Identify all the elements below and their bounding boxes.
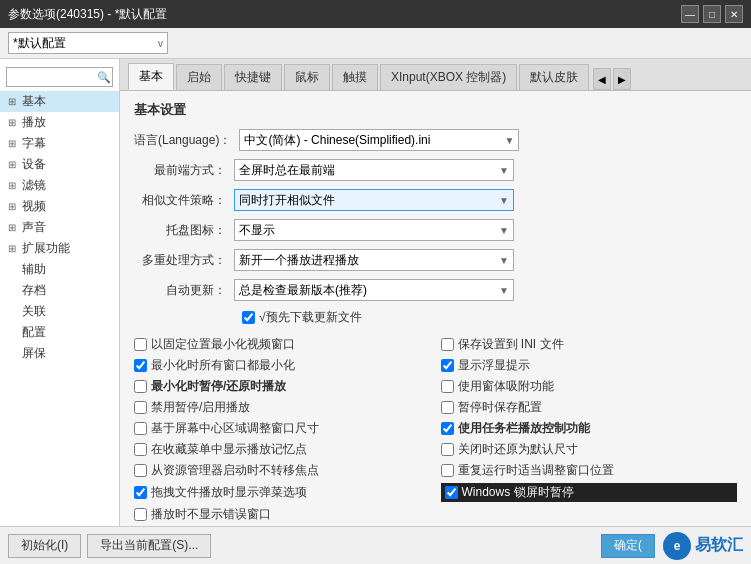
export-button[interactable]: 导出当前配置(S)... <box>87 534 211 558</box>
search-box[interactable]: 🔍 <box>6 67 113 87</box>
tab-skin[interactable]: 默认皮肤 <box>519 64 589 90</box>
sidebar-item-device[interactable]: ⊞ 设备 <box>0 154 119 175</box>
language-row: 语言(Language)： 中文(简体) - Chinese(Simplifie… <box>134 129 737 151</box>
restore-button[interactable]: □ <box>703 5 721 23</box>
cb-taskbar-control[interactable]: 使用任务栏播放控制功能 <box>441 420 738 437</box>
window-controls[interactable]: — □ ✕ <box>681 5 743 23</box>
cb-fixed-position[interactable]: 以固定位置最小化视频窗口 <box>134 336 431 353</box>
filestrategy-value: 同时打开相似文件 <box>239 192 335 209</box>
cb-minimize-pause-input[interactable] <box>134 380 147 393</box>
sidebar-item-audio[interactable]: ⊞ 声音 <box>0 217 119 238</box>
cb-disable-pause-input[interactable] <box>134 401 147 414</box>
cb-bookmark-input[interactable] <box>134 443 147 456</box>
cb-label: 关闭时还原为默认尺寸 <box>458 441 578 458</box>
bottom-left-buttons: 初始化(I) 导出当前配置(S)... <box>8 534 211 558</box>
sidebar-item-playback[interactable]: ⊞ 播放 <box>0 112 119 133</box>
tab-start[interactable]: 启始 <box>176 64 222 90</box>
sidebar-item-label: 扩展功能 <box>22 240 70 257</box>
tab-touch[interactable]: 触摸 <box>332 64 378 90</box>
sidebar-item-archive[interactable]: 存档 <box>0 280 119 301</box>
cb-no-focus[interactable]: 从资源管理器启动时不转移焦点 <box>134 462 431 479</box>
arrow-icon: ▼ <box>499 285 509 296</box>
cb-drag-menu-input[interactable] <box>134 486 147 499</box>
autoupdate-row: 自动更新： 总是检查最新版本(推荐) ▼ <box>134 279 737 301</box>
sidebar-item-link[interactable]: 关联 <box>0 301 119 322</box>
cb-fixed-position-input[interactable] <box>134 338 147 351</box>
profile-label: *默认配置 <box>13 35 66 52</box>
cb-win-lock[interactable]: Windows 锁屏时暂停 <box>441 483 738 502</box>
cb-restore-size-input[interactable] <box>441 443 454 456</box>
sidebar-item-label: 关联 <box>22 303 46 320</box>
cb-reposition[interactable]: 重复运行时适当调整窗口位置 <box>441 462 738 479</box>
tab-prev-button[interactable]: ◀ <box>593 68 611 90</box>
language-value: 中文(简体) - Chinese(Simplified).ini <box>244 132 430 149</box>
multiprocess-value: 新开一个播放进程播放 <box>239 252 359 269</box>
cb-snap-input[interactable] <box>441 380 454 393</box>
trayicon-select[interactable]: 不显示 ▼ <box>234 219 514 241</box>
minimize-button[interactable]: — <box>681 5 699 23</box>
cb-minimize-all-input[interactable] <box>134 359 147 372</box>
cb-drag-menu[interactable]: 拖拽文件播放时显示弹菜选项 <box>134 483 431 502</box>
cb-minimize-all[interactable]: 最小化时所有窗口都最小化 <box>134 357 431 374</box>
language-select[interactable]: 中文(简体) - Chinese(Simplified).ini ▼ <box>239 129 519 151</box>
predownload-checkbox[interactable] <box>242 311 255 324</box>
cb-save-on-pause-input[interactable] <box>441 401 454 414</box>
cb-minimize-pause[interactable]: 最小化时暂停/还原时播放 <box>134 378 431 395</box>
tab-next-button[interactable]: ▶ <box>613 68 631 90</box>
sidebar-item-extensions[interactable]: ⊞ 扩展功能 <box>0 238 119 259</box>
filestrategy-select[interactable]: 同时打开相似文件 ▼ <box>234 189 514 211</box>
sidebar-item-screensaver[interactable]: 屏保 <box>0 343 119 364</box>
expand-icon: ⊞ <box>8 180 18 191</box>
tab-mouse[interactable]: 鼠标 <box>284 64 330 90</box>
cb-center-resize[interactable]: 基于屏幕中心区域调整窗口尺寸 <box>134 420 431 437</box>
close-button[interactable]: ✕ <box>725 5 743 23</box>
cb-taskbar-control-input[interactable] <box>441 422 454 435</box>
cb-label: Windows 锁屏时暂停 <box>462 484 574 501</box>
cb-snap[interactable]: 使用窗体吸附功能 <box>441 378 738 395</box>
cb-label: 从资源管理器启动时不转移焦点 <box>151 462 319 479</box>
sidebar-item-label: 滤镜 <box>22 177 46 194</box>
tab-xinput[interactable]: XInput(XBOX 控制器) <box>380 64 517 90</box>
expand-icon: ⊞ <box>8 243 18 254</box>
autoupdate-select[interactable]: 总是检查最新版本(推荐) ▼ <box>234 279 514 301</box>
frontmode-select[interactable]: 全屏时总在最前端 ▼ <box>234 159 514 181</box>
sidebar-item-basic[interactable]: ⊞ 基本 <box>0 91 119 112</box>
sidebar-item-config[interactable]: 配置 <box>0 322 119 343</box>
cb-tooltip-input[interactable] <box>441 359 454 372</box>
cb-reposition-input[interactable] <box>441 464 454 477</box>
main-container: *默认配置 v 🔍 ⊞ 基本 ⊞ 播放 ⊞ 字幕 <box>0 28 751 564</box>
cb-save-ini[interactable]: 保存设置到 INI 文件 <box>441 336 738 353</box>
tab-basic[interactable]: 基本 <box>128 63 174 90</box>
profile-select[interactable]: *默认配置 v <box>8 32 168 54</box>
cb-label: 禁用暂停/启用播放 <box>151 399 250 416</box>
predownload-checkbox-item[interactable]: √预先下载更新文件 <box>242 309 737 326</box>
cb-save-ini-input[interactable] <box>441 338 454 351</box>
cb-disable-pause[interactable]: 禁用暂停/启用播放 <box>134 399 431 416</box>
cb-no-error-input[interactable] <box>134 508 147 521</box>
multiprocess-select[interactable]: 新开一个播放进程播放 ▼ <box>234 249 514 271</box>
cb-label: 暂停时保存配置 <box>458 399 542 416</box>
cb-bookmark[interactable]: 在收藏菜单中显示播放记忆点 <box>134 441 431 458</box>
sidebar-item-video[interactable]: ⊞ 视频 <box>0 196 119 217</box>
sidebar-item-subtitle[interactable]: ⊞ 字幕 <box>0 133 119 154</box>
init-button[interactable]: 初始化(I) <box>8 534 81 558</box>
cb-win-lock-input[interactable] <box>445 486 458 499</box>
logo-area: e 易软汇 <box>663 532 743 560</box>
cb-save-on-pause[interactable]: 暂停时保存配置 <box>441 399 738 416</box>
cb-restore-size[interactable]: 关闭时还原为默认尺寸 <box>441 441 738 458</box>
cb-no-focus-input[interactable] <box>134 464 147 477</box>
confirm-button[interactable]: 确定( <box>601 534 655 558</box>
expand-icon: ⊞ <box>8 222 18 233</box>
filestrategy-label: 相似文件策略： <box>134 192 234 209</box>
sidebar-item-label: 播放 <box>22 114 46 131</box>
frontmode-label: 最前端方式： <box>134 162 234 179</box>
search-icon[interactable]: 🔍 <box>97 71 111 84</box>
tab-hotkey[interactable]: 快捷键 <box>224 64 282 90</box>
cb-center-resize-input[interactable] <box>134 422 147 435</box>
autoupdate-value: 总是检查最新版本(推荐) <box>239 282 367 299</box>
sidebar-item-assist[interactable]: 辅助 <box>0 259 119 280</box>
cb-no-error[interactable]: 播放时不显示错误窗口 <box>134 506 431 523</box>
cb-label: 重复运行时适当调整窗口位置 <box>458 462 614 479</box>
sidebar-item-filter[interactable]: ⊞ 滤镜 <box>0 175 119 196</box>
cb-tooltip[interactable]: 显示浮显提示 <box>441 357 738 374</box>
